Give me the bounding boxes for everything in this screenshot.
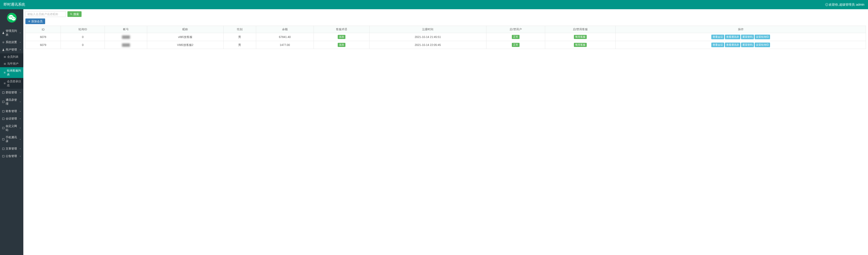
plus-icon [28, 20, 31, 23]
op-button-2[interactable]: 重置密码 [741, 42, 754, 47]
svg-point-4 [3, 42, 4, 42]
table-header: ID [26, 26, 61, 33]
op-button-0[interactable]: 查看会话 [711, 42, 724, 47]
svg-point-3 [3, 32, 4, 33]
op-button-3[interactable]: 设置轮询ID [755, 42, 770, 47]
menu-item-4[interactable]: 通讯录管理 [0, 96, 23, 108]
svg-line-15 [71, 15, 72, 15]
table-header: 帐号 [105, 26, 147, 33]
menu-item-7[interactable]: 自定义网站 [0, 122, 23, 134]
search-input[interactable] [25, 11, 66, 17]
table-header: 轮询ID [61, 26, 105, 33]
op-button-3[interactable]: 设置轮询ID [755, 35, 770, 39]
submenu-item-2-2[interactable]: 轮询客服列表 [0, 67, 23, 78]
menu-item-8[interactable]: 手机通讯录 [0, 134, 23, 145]
main-content: 搜索 添加会员 ID轮询ID帐号昵称性别余额客服术语注册时间启/禁用户启/禁用客… [23, 9, 868, 255]
table-header: 昵称 [147, 26, 224, 33]
smile-icon [825, 3, 828, 6]
menu-item-10[interactable]: 公告管理 [0, 152, 23, 160]
svg-rect-9 [2, 118, 4, 120]
logo [0, 9, 23, 27]
op-button-1[interactable]: 查看通讯录 [725, 42, 740, 47]
table-row: 60780████v8科技客服男67841.40添加2021-10-14 21:… [26, 33, 866, 41]
svg-rect-13 [2, 155, 4, 157]
svg-rect-10 [2, 127, 4, 129]
toolbar: 搜索 [25, 11, 866, 17]
table-header: 余额 [256, 26, 314, 33]
app-title: 即时通讯系统 [4, 2, 25, 7]
search-icon [70, 13, 72, 16]
table-row: 60790████V8科技客服2男1477.00添加2021-10-14 22:… [26, 41, 866, 49]
add-member-button[interactable]: 添加会员 [25, 19, 45, 24]
svg-rect-7 [2, 101, 4, 103]
svg-point-14 [70, 13, 72, 15]
header-user: 欢迎你,超级管理员:admin [825, 3, 864, 7]
members-table: ID轮询ID帐号昵称性别余额客服术语注册时间启/禁用户启/禁用客服操作 6078… [25, 26, 866, 49]
menu-item-9[interactable]: 文章管理 [0, 145, 23, 152]
submenu-item-2-1[interactable]: 马甲用户 [0, 60, 23, 67]
op-button-1[interactable]: 查看通讯录 [725, 35, 740, 39]
op-button-0[interactable]: 查看会话 [711, 35, 724, 39]
svg-point-0 [825, 3, 828, 6]
header: 即时通讯系统 欢迎你,超级管理员:admin [0, 0, 868, 9]
table-header: 注册时间 [369, 26, 486, 33]
svg-rect-6 [2, 92, 4, 94]
table-header: 客服术语 [314, 26, 369, 33]
svg-point-2 [827, 4, 828, 5]
menu-item-2[interactable]: 用户管理 [0, 46, 23, 53]
search-button[interactable]: 搜索 [67, 11, 82, 17]
submenu-item-2-0[interactable]: 会员列表 [0, 53, 23, 60]
menu-item-6[interactable]: 会话管理 [0, 115, 23, 122]
menu-item-5[interactable]: 财务管理 [0, 108, 23, 115]
sidebar: 管理员列表系统设置用户管理会员列表马甲用户轮询客服列表会员登录日志群组管理通讯录… [0, 9, 23, 255]
table-header: 性别 [223, 26, 256, 33]
menu-item-1[interactable]: 系统设置 [0, 38, 23, 46]
menu-item-3[interactable]: 群组管理 [0, 89, 23, 96]
table-header: 启/禁用客服 [545, 26, 616, 33]
svg-point-5 [3, 49, 4, 50]
submenu-item-2-3[interactable]: 会员登录日志 [0, 78, 23, 89]
op-button-2[interactable]: 重置密码 [741, 35, 754, 39]
svg-rect-8 [2, 110, 4, 112]
svg-point-1 [826, 4, 827, 5]
table-header: 启/禁用户 [486, 26, 545, 33]
svg-rect-11 [2, 138, 4, 140]
table-header: 操作 [616, 26, 866, 33]
svg-rect-12 [2, 148, 4, 150]
menu-item-0[interactable]: 管理员列表 [0, 27, 23, 38]
